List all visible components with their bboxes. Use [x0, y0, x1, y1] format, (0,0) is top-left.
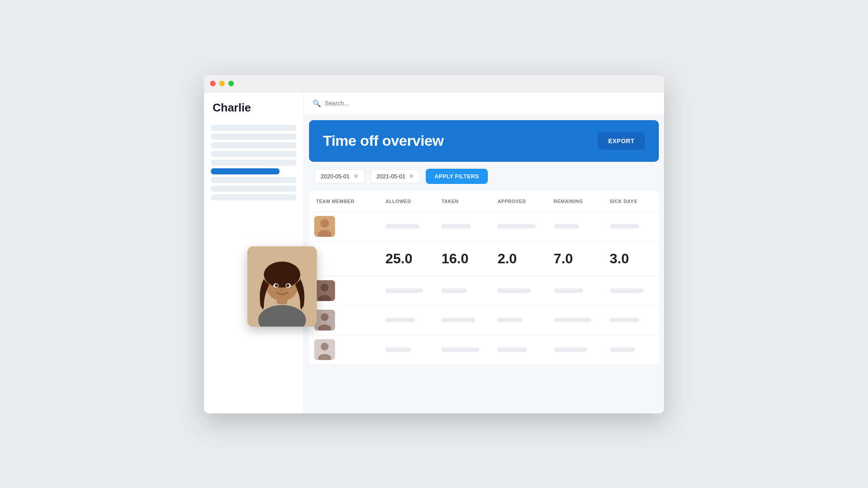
placeholder-bar [497, 224, 535, 229]
sidebar-item-3[interactable] [211, 142, 296, 148]
remaining-cell-1 [547, 219, 603, 234]
placeholder-bar [610, 288, 644, 293]
search-wrapper: 🔍 [312, 99, 655, 108]
col-sick-days: SICK DAYS [603, 195, 659, 207]
placeholder-bar [554, 288, 583, 293]
sidebar-nav [211, 125, 296, 200]
placeholder-bar [554, 347, 588, 352]
placeholder-bar [610, 318, 639, 322]
table-row [309, 306, 659, 335]
apply-filters-button[interactable]: APPLY FILTERS [426, 169, 488, 184]
taken-cell-1 [434, 219, 490, 234]
page-content: Time off overview EXPORT 2020-05-01 ✕ 20… [304, 115, 664, 413]
col-taken: TAKEN [434, 195, 490, 207]
filter-row: 2020-05-01 ✕ 2021-05-01 ✕ APPLY FILTERS [304, 162, 664, 191]
placeholder-bar [385, 347, 411, 352]
page-title: Time off overview [323, 132, 444, 149]
featured-remaining: 7.0 [547, 251, 603, 267]
svg-point-21 [286, 284, 289, 287]
placeholder-bar [497, 288, 531, 293]
placeholder-bar [441, 288, 467, 293]
svg-point-1 [320, 219, 329, 228]
svg-point-22 [280, 288, 284, 291]
table-header: TEAM MEMBER ALLOWED TAKEN APPROVED REMAI… [309, 191, 659, 212]
sick-cell-1 [603, 219, 659, 234]
app-logo: Charlie [211, 101, 296, 115]
featured-data-row: 25.0 16.0 2.0 7.0 3.0 [309, 242, 659, 276]
member-cell-3 [309, 277, 378, 305]
avatar-person-icon [314, 216, 335, 237]
member-cell-1 [309, 213, 378, 240]
placeholder-bar [441, 224, 471, 229]
sidebar-item-1[interactable] [211, 125, 296, 131]
featured-allowed: 25.0 [378, 251, 434, 267]
sidebar-item-6[interactable] [211, 168, 279, 174]
filter-date-from-clear[interactable]: ✕ [353, 173, 358, 179]
col-allowed: ALLOWED [378, 195, 434, 207]
placeholder-bar [554, 318, 592, 322]
member-cell-4 [309, 306, 378, 334]
sidebar-item-4[interactable] [211, 151, 296, 157]
app-window: Charlie 🔍 [204, 75, 664, 413]
svg-point-10 [321, 343, 329, 350]
filter-date-to-clear[interactable]: ✕ [409, 173, 414, 179]
col-remaining: REMAINING [547, 195, 603, 207]
main-content: 🔍 Time off overview EXPORT 2020-05-01 ✕ [304, 92, 664, 413]
search-icon: 🔍 [312, 99, 321, 108]
placeholder-bar [385, 288, 423, 293]
filter-date-to[interactable]: 2021-05-01 ✕ [370, 169, 421, 183]
table-row [309, 212, 659, 242]
table-row [309, 335, 659, 365]
data-table: TEAM MEMBER ALLOWED TAKEN APPROVED REMAI… [309, 191, 659, 365]
allowed-cell-1 [378, 219, 434, 234]
placeholder-bar [554, 224, 579, 229]
svg-point-7 [321, 313, 329, 321]
placeholder-bar [441, 318, 475, 322]
avatar-3 [314, 280, 335, 301]
sidebar-item-8[interactable] [211, 186, 296, 192]
avatar-person-icon [314, 339, 335, 360]
svg-point-19 [275, 284, 278, 287]
search-bar: 🔍 [304, 92, 664, 115]
table-row [309, 276, 659, 306]
avatar-1 [314, 216, 335, 237]
close-button[interactable] [210, 81, 216, 86]
avatar-4 [314, 310, 335, 331]
sidebar-item-9[interactable] [211, 194, 296, 200]
placeholder-bar [610, 224, 639, 229]
placeholder-bar [441, 347, 479, 352]
placeholder-bar [385, 318, 415, 322]
placeholder-bar [497, 318, 523, 322]
export-button[interactable]: EXPORT [598, 132, 645, 150]
featured-member-cell [309, 255, 378, 262]
placeholder-bar [610, 347, 635, 352]
avatar-5 [314, 339, 335, 360]
header-banner: Time off overview EXPORT [309, 120, 659, 162]
placeholder-bar [497, 347, 527, 352]
filter-date-from-value: 2020-05-01 [321, 173, 350, 180]
avatar-person-icon [314, 310, 335, 331]
maximize-button[interactable] [228, 81, 234, 86]
placeholder-bar [385, 224, 419, 229]
featured-sick-days: 3.0 [603, 251, 659, 267]
member-cell-5 [309, 336, 378, 364]
svg-point-4 [321, 284, 329, 291]
person-photo-icon [247, 246, 317, 327]
filter-date-to-value: 2021-05-01 [377, 173, 406, 180]
featured-approved: 2.0 [490, 251, 546, 267]
search-input[interactable] [325, 100, 655, 107]
sidebar-item-5[interactable] [211, 160, 296, 166]
featured-taken: 16.0 [434, 251, 490, 267]
col-approved: APPROVED [490, 195, 546, 207]
avatar-overlay-image [247, 246, 317, 327]
avatar-person-icon [314, 280, 335, 301]
minimize-button[interactable] [219, 81, 225, 86]
title-bar [204, 75, 664, 92]
sidebar-item-7[interactable] [211, 177, 296, 183]
approved-cell-1 [490, 219, 546, 234]
avatar-overlay [247, 246, 317, 327]
sidebar-item-2[interactable] [211, 134, 296, 140]
filter-date-from[interactable]: 2020-05-01 ✕ [314, 169, 365, 183]
col-team-member: TEAM MEMBER [309, 195, 378, 207]
